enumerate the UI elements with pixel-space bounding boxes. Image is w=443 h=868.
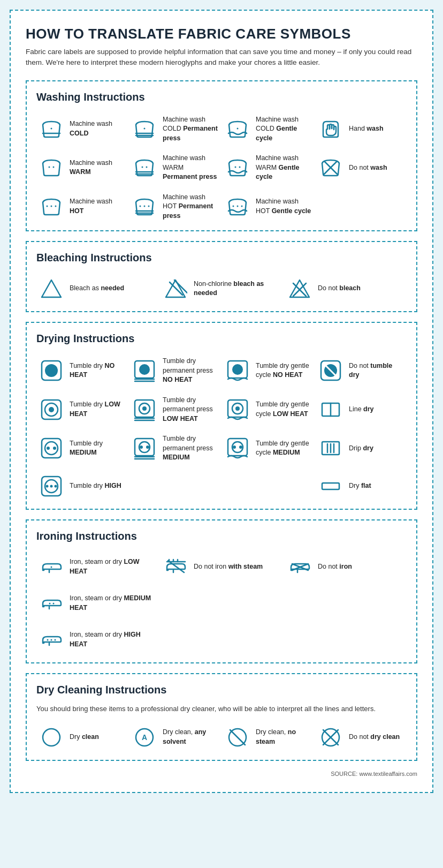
list-item: Machine wash COLD Gentle cycle xyxy=(223,112,314,147)
svg-point-79 xyxy=(50,485,53,487)
svg-point-12 xyxy=(235,167,236,168)
iron-no-steam-icon xyxy=(163,554,188,580)
iron-high-icon xyxy=(39,627,64,653)
svg-text:A: A xyxy=(142,733,147,742)
svg-point-18 xyxy=(55,205,57,207)
wash-cold-text: Machine wash COLD xyxy=(70,119,125,138)
svg-marker-31 xyxy=(290,280,309,297)
svg-point-1 xyxy=(51,127,52,129)
list-item: Tumble dry gentle cycle MEDIUM xyxy=(223,431,314,466)
svg-line-30 xyxy=(174,280,187,293)
tumble-gentle-medium-icon xyxy=(225,435,250,461)
hand-wash-icon xyxy=(318,116,343,142)
iron-high-text: Iron, steam or dry HIGH HEAT xyxy=(70,630,156,649)
svg-point-7 xyxy=(53,167,55,168)
list-item: Iron, steam or dry LOW HEAT xyxy=(36,551,158,583)
iron-low-text: Iron, steam or dry LOW HEAT xyxy=(70,557,156,576)
svg-point-11 xyxy=(146,167,148,168)
list-item: Bleach as needed xyxy=(36,273,158,305)
list-item: Tumble dry HIGH xyxy=(36,470,127,502)
dry-flat-text: Dry flat xyxy=(349,481,371,491)
svg-point-10 xyxy=(142,167,143,168)
list-item: Do not bleach xyxy=(285,273,407,305)
do-not-bleach-icon xyxy=(287,276,312,301)
list-item: Do not tumble dry xyxy=(316,353,407,388)
ironing-grid: Iron, steam or dry LOW HEAT Do not iron xyxy=(36,551,407,656)
wash-hot-text: Machine wash HOT xyxy=(70,197,125,216)
bleaching-section: Bleaching Instructions Bleach as needed xyxy=(26,241,417,312)
list-item: Do not iron xyxy=(285,551,407,583)
do-not-tumble-text: Do not tumble dry xyxy=(349,361,404,380)
wash-cold-pp-icon xyxy=(132,116,157,142)
washing-section: Washing Instructions Machine wash COLD xyxy=(26,80,417,232)
wash-cold-gentle-icon xyxy=(225,116,250,142)
svg-point-6 xyxy=(49,167,50,168)
svg-point-66 xyxy=(140,446,143,449)
svg-point-41 xyxy=(232,364,243,375)
svg-point-97 xyxy=(47,639,49,640)
tumble-pp-low-text: Tumble dry permanent press LOW HEAT xyxy=(163,396,218,424)
tumble-gentle-no-heat-text: Tumble dry gentle cycle NO HEAT xyxy=(256,361,311,380)
dry-cleaning-title: Dry Cleaning Instructions xyxy=(36,684,407,696)
source-text: SOURCE: www.textileaffairs.com xyxy=(26,771,417,777)
dry-clean-text: Dry clean xyxy=(70,733,99,742)
wash-warm-pp-icon xyxy=(132,155,157,180)
dry-clean-icon xyxy=(39,724,64,750)
list-item: Tumble dry LOW HEAT xyxy=(36,393,127,427)
tumble-gentle-low-text: Tumble dry gentle cycle LOW HEAT xyxy=(256,400,311,419)
page-title: HOW TO TRANSLATE FABRIC CARE SYMBOLS xyxy=(26,26,417,42)
list-item: Non-chlorine bleach as needed xyxy=(161,273,282,305)
svg-point-100 xyxy=(43,729,60,746)
dry-clean-no-steam-text: Dry clean, no steam xyxy=(256,728,311,746)
hand-wash-text: Hand wash xyxy=(349,124,384,134)
bleach-icon xyxy=(39,276,64,301)
list-item: Machine wash HOT Gentle cycle xyxy=(223,190,314,224)
wash-cold-pp-text: Machine wash COLD Permanent press xyxy=(163,115,218,144)
do-not-dry-clean-text: Do not dry clean xyxy=(349,733,400,742)
svg-point-26 xyxy=(241,205,243,207)
svg-point-52 xyxy=(142,406,147,411)
tumble-high-text: Tumble dry HIGH xyxy=(70,481,121,491)
ironing-section: Ironing Instructions Iron, steam or dry … xyxy=(26,519,417,663)
tumble-medium-icon xyxy=(39,435,64,461)
list-item: Tumble dry permanent press LOW HEAT xyxy=(129,393,220,427)
svg-point-78 xyxy=(46,485,49,487)
svg-point-47 xyxy=(49,407,54,412)
list-item: Drip dry xyxy=(316,431,407,466)
drip-dry-text: Drip dry xyxy=(349,444,373,454)
drying-section: Drying Instructions Tumble dry NO HEAT xyxy=(26,322,417,510)
svg-rect-81 xyxy=(322,483,339,489)
list-item: Dry clean xyxy=(36,721,127,753)
svg-point-94 xyxy=(49,602,51,604)
do-not-iron-text: Do not iron xyxy=(318,562,352,572)
dry-flat-icon xyxy=(318,473,343,499)
list-item: Machine wash WARM Gentle cycle xyxy=(223,150,314,185)
washing-grid: Machine wash COLD Machine wash COLD Perm… xyxy=(36,112,407,224)
iron-medium-icon xyxy=(39,591,64,616)
do-not-wash-text: Do not wash xyxy=(349,163,387,173)
drying-title: Drying Instructions xyxy=(36,333,407,345)
tumble-medium-text: Tumble dry MEDIUM xyxy=(70,439,125,458)
do-not-bleach-text: Do not bleach xyxy=(318,284,361,293)
list-item: Machine wash WARM xyxy=(36,150,127,185)
svg-point-23 xyxy=(148,205,150,207)
tumble-no-heat-text: Tumble dry NO HEAT xyxy=(70,361,125,380)
svg-point-60 xyxy=(47,447,50,450)
svg-point-5 xyxy=(237,127,239,129)
do-not-dry-clean-icon xyxy=(318,724,343,750)
tumble-pp-low-icon xyxy=(132,397,157,422)
tumble-gentle-medium-text: Tumble dry gentle cycle MEDIUM xyxy=(256,439,311,458)
dry-clean-a-text: Dry clean, any solvent xyxy=(163,728,218,746)
list-item: Machine wash HOT Permanent press xyxy=(129,190,220,224)
svg-point-17 xyxy=(51,205,52,207)
line-dry-icon xyxy=(318,397,343,422)
svg-point-39 xyxy=(139,364,150,375)
svg-point-4 xyxy=(144,127,146,129)
wash-hot-pp-text: Machine wash HOT Permanent press xyxy=(163,193,218,221)
list-item: Do not wash xyxy=(316,150,407,185)
list-item: Iron, steam or dry HIGH HEAT xyxy=(36,624,158,656)
bleach-non-chlorine-text: Non-chlorine bleach as needed xyxy=(194,280,280,298)
drying-grid: Tumble dry NO HEAT Tumble dry permanent … xyxy=(36,353,407,502)
list-item: Machine wash COLD xyxy=(36,112,127,147)
iron-medium-text: Iron, steam or dry MEDIUM HEAT xyxy=(70,594,156,613)
